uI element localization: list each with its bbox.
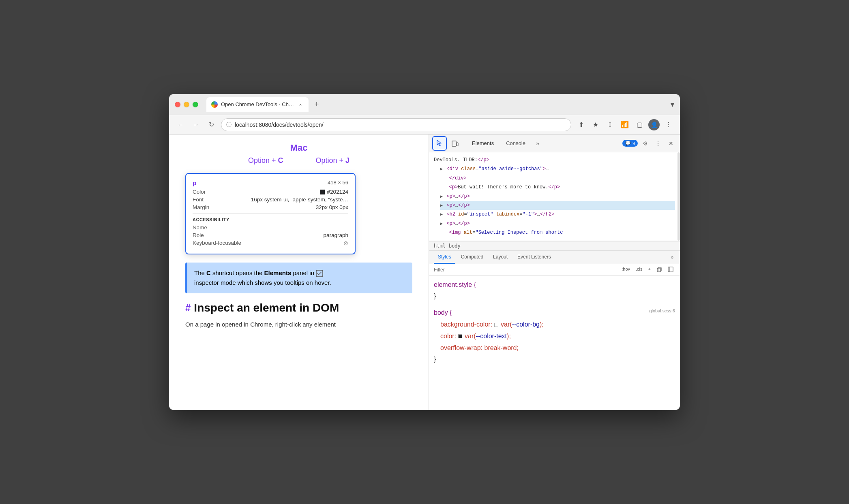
title-bar: Open Chrome DevTools - Chro… × + ▾: [169, 94, 680, 115]
dom-line-1: DevTools. TLDR:</p>: [434, 156, 675, 164]
tooltip-font-value: 16px system-ui, -apple-system, "syste…: [251, 196, 348, 203]
section-hash: #: [185, 302, 191, 314]
inspector-mode-icon: [316, 270, 323, 277]
tab-console[interactable]: Console: [500, 138, 531, 149]
tooltip-name-label: Name: [193, 224, 207, 231]
settings-button[interactable]: ⚙: [639, 138, 651, 149]
traffic-lights: [175, 102, 198, 107]
color-swatch-dark: [320, 190, 325, 194]
more-options-devtools-button[interactable]: ⋮: [652, 138, 664, 149]
section-heading: # Inspect an element in DOM: [185, 301, 412, 314]
breadcrumb-body[interactable]: body: [449, 243, 461, 249]
nav-actions: ⬆ ★ 🣿 📶 ▢ 👤 ⋮: [575, 119, 674, 130]
dom-line-8[interactable]: ▶ <p>…</p>: [440, 219, 675, 228]
dom-line-7[interactable]: ▶ <h2 id="inspect" tabindex="-1">…</h2>: [440, 210, 675, 219]
hov-filter-button[interactable]: :hov: [620, 266, 632, 274]
highlight-text1: The: [194, 269, 206, 276]
inspector-button[interactable]: [432, 136, 447, 151]
tooltip-keyboard-value: ⊘: [343, 240, 348, 246]
highlight-bold-elements: Elements: [264, 269, 292, 276]
section-heading-text: Inspect an element in DOM: [194, 301, 339, 314]
bookmark-button[interactable]: ★: [590, 119, 601, 130]
bg-color-swatch[interactable]: [494, 323, 498, 327]
maximize-traffic-light[interactable]: [193, 102, 198, 107]
svg-rect-3: [657, 268, 660, 272]
breadcrumbs: html body: [429, 241, 680, 251]
tooltip-role-value: paragraph: [323, 232, 348, 238]
lock-icon: ⓘ: [226, 121, 232, 128]
shortcut-c-label: Option +: [248, 156, 278, 164]
tooltip-name-row: Name: [193, 224, 348, 231]
forward-button[interactable]: →: [190, 119, 202, 130]
extension-button[interactable]: 🣿: [605, 119, 616, 130]
highlight-text2: shortcut opens the: [211, 269, 264, 276]
dom-line-2[interactable]: ▶ <div class="aside aside--gotchas">…: [440, 164, 675, 173]
tooltip-color-hex: #202124: [327, 189, 348, 195]
tab-styles[interactable]: Styles: [434, 251, 455, 264]
filter-actions: :hov .cls +: [620, 266, 675, 274]
devtools-tabs: Elements Console »: [463, 138, 619, 149]
tooltip-divider: [193, 214, 348, 214]
split-button[interactable]: ▢: [634, 119, 645, 130]
dom-line-4: <p>But wait! There's more to know.</p>: [440, 183, 675, 192]
tooltip-tag: p: [193, 179, 348, 186]
browser-window: Open Chrome DevTools - Chro… × + ▾ ← → ↻…: [169, 94, 680, 410]
profile-button[interactable]: 👤: [648, 119, 660, 130]
tab-layout[interactable]: Layout: [489, 251, 512, 264]
dom-line-5[interactable]: ▶ <p>…</p>: [440, 192, 675, 201]
tooltip-card: p 418 × 56 Color #202124 Font 16px syste…: [185, 173, 356, 254]
tab-elements[interactable]: Elements: [466, 138, 500, 149]
toggle-styles-button[interactable]: [666, 266, 675, 274]
shortcut-c: Option + C: [248, 156, 283, 165]
page-body-text: On a page in opened in Chrome, right-cli…: [185, 319, 412, 330]
dom-line-9: <img alt="Selecting Inspect from shortc: [440, 228, 675, 237]
tooltip-color-label: Color: [193, 189, 206, 195]
shortcut-j: Option + J: [315, 156, 349, 165]
shortcut-c-key: C: [278, 156, 283, 164]
tab-dropdown-button[interactable]: ▾: [671, 100, 674, 109]
minimize-traffic-light[interactable]: [184, 102, 189, 107]
device-icon: [451, 140, 459, 147]
console-chat-icon: 💬: [625, 141, 631, 146]
refresh-button[interactable]: ↻: [206, 119, 217, 130]
shortcuts-row: Option + C Option + J: [185, 156, 412, 165]
devtools-panel: Elements Console » 💬 9 ⚙ ⋮ ✕ DevTools. T…: [429, 135, 680, 410]
styles-tabs: Styles Computed Layout Event Listeners »: [429, 251, 680, 264]
active-tab[interactable]: Open Chrome DevTools - Chro… ×: [206, 97, 309, 112]
highlighted-content-box: The C shortcut opens the Elements panel …: [185, 263, 412, 293]
styles-more-button[interactable]: »: [669, 253, 675, 262]
dom-scrollbar[interactable]: [677, 152, 680, 241]
tab-computed[interactable]: Computed: [457, 251, 487, 264]
extension2-button[interactable]: 📶: [619, 119, 630, 130]
copy-styles-button[interactable]: [655, 266, 664, 274]
tabs-more-button[interactable]: »: [532, 138, 543, 149]
close-devtools-button[interactable]: ✕: [665, 138, 677, 149]
tooltip-color-value: #202124: [320, 189, 348, 195]
color-swatch-text[interactable]: [458, 334, 462, 338]
cls-filter-button[interactable]: .cls: [634, 266, 644, 274]
tab-close-button[interactable]: ×: [297, 101, 304, 108]
device-toolbar-button[interactable]: [448, 137, 461, 150]
body-style-header: body { _global.scss:6: [434, 307, 675, 319]
new-tab-button[interactable]: +: [311, 99, 322, 110]
svg-rect-2: [457, 143, 458, 146]
address-bar[interactable]: ⓘ localhost:8080/docs/devtools/open/: [221, 118, 571, 131]
element-style-selector: element.style {: [434, 279, 675, 291]
more-options-button[interactable]: ⋮: [663, 119, 674, 130]
dom-line-3: </div>: [440, 174, 675, 183]
filter-input[interactable]: [434, 267, 620, 273]
tab-event-listeners[interactable]: Event Listeners: [513, 251, 555, 264]
svg-rect-1: [452, 141, 456, 146]
close-traffic-light[interactable]: [175, 102, 180, 107]
tab-area: Open Chrome DevTools - Chro… × + ▾: [206, 97, 674, 112]
tab-favicon: [211, 101, 218, 108]
dom-tree: DevTools. TLDR:</p> ▶ <div class="aside …: [429, 152, 680, 241]
body-style-rule: body { _global.scss:6 background-color: …: [434, 307, 675, 365]
back-button[interactable]: ←: [175, 119, 186, 130]
shortcut-j-label: Option +: [315, 156, 345, 164]
dom-line-6-highlighted[interactable]: ▶ <p>…</p>: [440, 201, 675, 210]
tooltip-size: 418 × 56: [328, 179, 348, 186]
add-style-button[interactable]: +: [647, 266, 652, 274]
breadcrumb-html[interactable]: html: [434, 243, 446, 249]
share-button[interactable]: ⬆: [575, 119, 587, 130]
